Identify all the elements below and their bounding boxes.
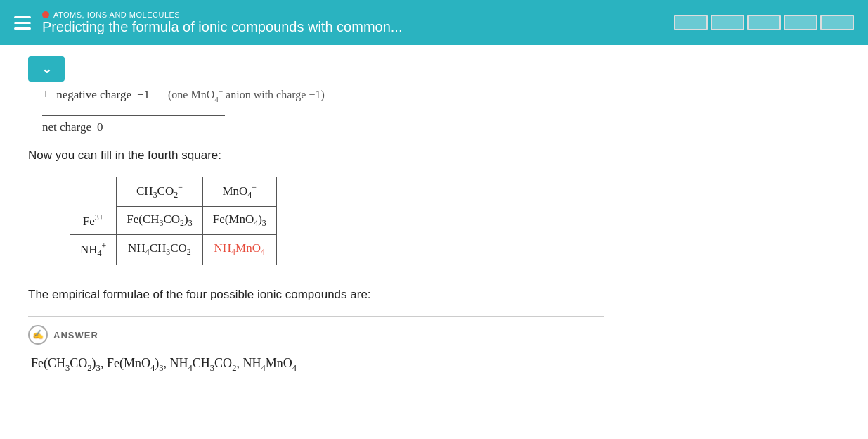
collapse-button[interactable]: ⌄ [28, 56, 65, 82]
fill-in-text: Now you can fill in the fourth square: [28, 148, 604, 163]
answer-icon: ✍ [28, 325, 48, 345]
charge-row: + negative charge −1 (one MnO4− anion wi… [42, 87, 604, 103]
table-header-row: CH3CO2− MnO4− [70, 177, 276, 207]
subtitle-text: ATOMS, IONS AND MOLECULES [53, 11, 180, 19]
header: ATOMS, IONS AND MOLECULES Predicting the… [0, 0, 868, 45]
col-header-2: MnO4− [202, 177, 276, 207]
header-subtitle: ATOMS, IONS AND MOLECULES [42, 11, 402, 19]
red-dot-icon [42, 11, 49, 18]
charge-label: negative charge [56, 88, 131, 102]
header-boxes [674, 15, 854, 30]
col-header-1: CH3CO2− [117, 177, 202, 207]
answer-section: ✍ ANSWER Fe(CH3CO2)3, Fe(MnO4)3, NH4CH3C… [28, 316, 604, 374]
row-header-2: NH4+ [70, 234, 117, 265]
row-header-1: Fe3+ [70, 206, 117, 234]
header-box-4[interactable] [784, 15, 817, 30]
cell-nh4-mno4: NH4MnO4 [202, 234, 276, 265]
table-row-1: Fe3+ Fe(CH3CO2)3 Fe(MnO4)3 [70, 206, 276, 234]
empirical-label: The empirical formulae of the four possi… [28, 288, 604, 302]
net-charge-row: net charge 0 [42, 120, 604, 134]
header-box-3[interactable] [747, 15, 781, 30]
empty-cell [70, 177, 117, 207]
header-box-2[interactable] [711, 15, 744, 30]
net-charge-label: net charge [42, 120, 91, 134]
ionic-table: CH3CO2− MnO4− Fe3+ Fe(CH3CO2)3 Fe(MnO4)3 [70, 177, 277, 265]
net-charge-value: 0 [97, 120, 103, 134]
answer-text: Fe(CH3CO2)3, Fe(MnO4)3, NH4CH3CO2, NH4Mn… [31, 356, 604, 374]
chevron-down-icon: ⌄ [41, 61, 52, 77]
table-row-2: NH4+ NH4CH3CO2 NH4MnO4 [70, 234, 276, 265]
charge-rows: + negative charge −1 (one MnO4− anion wi… [42, 87, 604, 103]
charge-note: (one MnO4− anion with charge −1) [168, 87, 325, 103]
answer-label-row: ✍ ANSWER [28, 325, 604, 345]
answer-icon-symbol: ✍ [32, 329, 44, 341]
header-title: Predicting the formula of ionic compound… [42, 19, 402, 35]
cell-fe-ch3co2: Fe(CH3CO2)3 [117, 206, 202, 234]
cell-fe-mno4: Fe(MnO4)3 [202, 206, 276, 234]
plus-sign: + [42, 87, 49, 102]
main-content: ⌄ + negative charge −1 (one MnO4− anion … [0, 45, 633, 402]
divider [42, 115, 225, 116]
hamburger-menu[interactable] [14, 16, 31, 30]
header-box-1[interactable] [674, 15, 708, 30]
answer-label-text: ANSWER [53, 330, 98, 341]
charge-value: −1 [137, 88, 157, 102]
header-box-5[interactable] [820, 15, 854, 30]
cell-nh4-ch3co2: NH4CH3CO2 [117, 234, 202, 265]
header-text-group: ATOMS, IONS AND MOLECULES Predicting the… [42, 11, 402, 35]
